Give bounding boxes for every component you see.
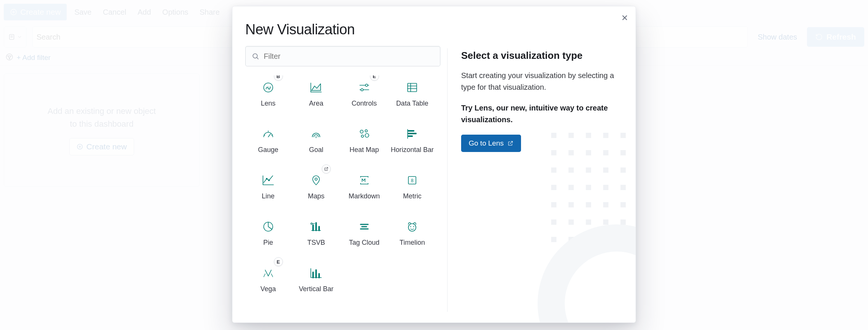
heat-map-icon: [355, 126, 374, 142]
viz-label: Area: [309, 100, 323, 107]
goal-icon: 8: [306, 126, 326, 142]
svg-point-23: [410, 226, 411, 227]
popout-icon: [507, 140, 513, 146]
tsvb-icon: [306, 218, 326, 235]
pie-icon: [258, 218, 278, 235]
modal-title: New Visualization: [232, 6, 636, 46]
gauge-icon: [258, 126, 278, 142]
select-type-heading: Select a visualization type: [461, 50, 622, 61]
viz-label: Markdown: [348, 192, 380, 200]
viz-item-markdown[interactable]: Markdown: [341, 168, 387, 204]
svg-point-17: [315, 178, 317, 180]
visualization-picker: BLensAreaEControlsData TableGauge8GoalHe…: [232, 46, 447, 322]
viz-label: Gauge: [258, 146, 278, 154]
viz-item-metric[interactable]: 8Metric: [390, 168, 436, 204]
viz-label: Vertical Bar: [299, 285, 333, 293]
viz-label: Data Table: [396, 100, 428, 107]
svg-point-16: [268, 180, 269, 181]
viz-item-vega[interactable]: EVega: [245, 261, 291, 297]
svg-rect-9: [408, 83, 417, 92]
viz-item-tsvb[interactable]: TSVB: [293, 215, 339, 250]
viz-item-line[interactable]: Line: [245, 168, 291, 204]
svg-point-21: [311, 223, 312, 224]
area-icon: [306, 79, 326, 96]
horizontal-bar-icon: [402, 126, 422, 142]
viz-item-goal[interactable]: 8Goal: [293, 122, 339, 158]
viz-label: Lens: [261, 100, 275, 107]
svg-point-22: [408, 224, 416, 231]
viz-item-horizontal-bar[interactable]: Horizontal Bar: [390, 122, 436, 158]
markdown-icon: [355, 172, 374, 189]
viz-label: Heat Map: [350, 146, 379, 154]
svg-point-7: [365, 84, 368, 86]
viz-item-lens[interactable]: BLens: [245, 75, 291, 111]
try-lens-text: Try Lens, our new, intuitive way to crea…: [461, 102, 622, 126]
viz-description-pane: Select a visualization type Start creati…: [448, 46, 636, 322]
svg-text:8: 8: [315, 135, 317, 139]
viz-label: Horizontal Bar: [391, 146, 434, 154]
svg-point-24: [413, 226, 414, 227]
viz-item-data-table[interactable]: Data Table: [390, 75, 436, 111]
vega-icon: [258, 265, 278, 281]
viz-item-tag-cloud[interactable]: Tag Cloud: [341, 215, 387, 250]
go-to-lens-button[interactable]: Go to Lens: [461, 135, 521, 152]
svg-point-13: [365, 134, 369, 137]
viz-label: Timelion: [400, 239, 425, 247]
svg-point-6: [267, 86, 270, 89]
vertical-bar-icon: [306, 265, 326, 281]
svg-point-15: [266, 178, 267, 180]
viz-item-heat-map[interactable]: Heat Map: [341, 122, 387, 158]
select-type-description: Start creating your visualization by sel…: [461, 70, 622, 93]
viz-item-pie[interactable]: Pie: [245, 215, 291, 250]
go-to-lens-label: Go to Lens: [469, 139, 504, 147]
search-icon: [252, 52, 259, 60]
svg-point-12: [365, 130, 367, 132]
svg-point-8: [361, 89, 363, 91]
svg-point-14: [361, 135, 364, 137]
viz-label: Maps: [308, 192, 324, 200]
viz-item-maps[interactable]: Maps: [293, 168, 339, 204]
data-table-icon: [402, 79, 422, 96]
viz-label: Vega: [260, 285, 276, 293]
viz-label: TSVB: [307, 239, 325, 247]
viz-filter-input[interactable]: [264, 52, 434, 61]
viz-item-timelion[interactable]: Timelion: [390, 215, 436, 250]
viz-item-gauge[interactable]: Gauge: [245, 122, 291, 158]
timelion-icon: [402, 218, 422, 235]
viz-item-controls[interactable]: EControls: [341, 75, 387, 111]
viz-label: Tag Cloud: [349, 239, 379, 247]
viz-grid: BLensAreaEControlsData TableGauge8GoalHe…: [245, 75, 440, 297]
viz-label: Goal: [309, 146, 323, 154]
viz-label: Controls: [351, 100, 377, 107]
close-icon[interactable]: ✕: [621, 13, 628, 23]
filter-input-wrap[interactable]: [245, 46, 440, 66]
line-icon: [258, 172, 278, 189]
viz-item-area[interactable]: Area: [293, 75, 339, 111]
viz-label: Pie: [263, 239, 273, 247]
svg-text:8: 8: [411, 178, 414, 183]
tag-cloud-icon: [355, 218, 374, 235]
viz-item-vertical-bar[interactable]: Vertical Bar: [293, 261, 339, 297]
metric-icon: 8: [402, 172, 422, 189]
new-visualization-modal: ✕ New Visualization BLensAreaEControlsDa…: [232, 6, 636, 323]
svg-point-11: [360, 130, 363, 133]
viz-label: Metric: [403, 192, 422, 200]
viz-label: Line: [262, 192, 275, 200]
maps-icon: [306, 172, 326, 189]
lens-icon: [258, 79, 278, 96]
controls-icon: [355, 79, 374, 96]
